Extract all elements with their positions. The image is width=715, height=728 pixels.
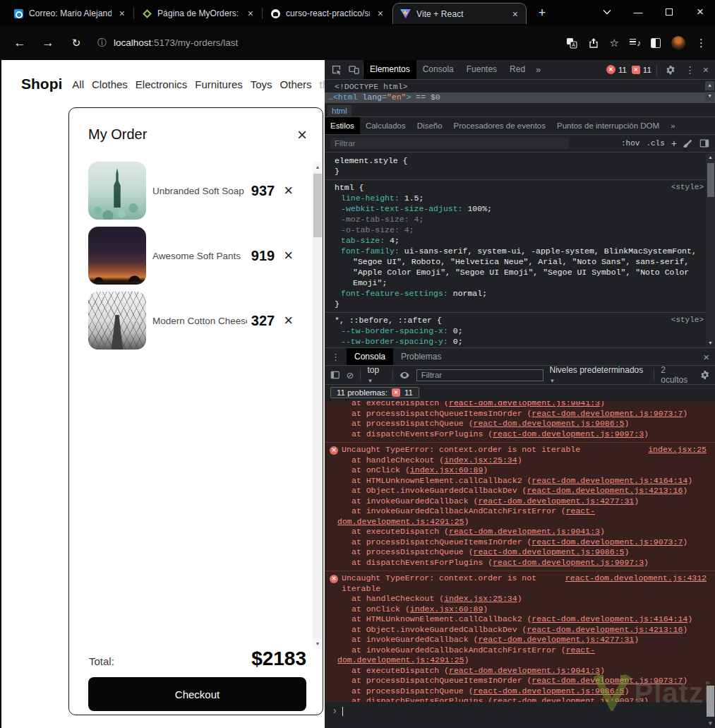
tab-close-icon[interactable]: ×: [246, 8, 256, 19]
devtools-close-icon[interactable]: ×: [702, 64, 710, 76]
scroll-down-icon[interactable]: ▼: [705, 92, 714, 101]
context-selector[interactable]: top ▼: [367, 365, 386, 385]
styles-scrollbar[interactable]: ▲ ▼: [706, 153, 715, 347]
tab-problems[interactable]: Problemas: [393, 348, 449, 365]
browser-tab-correo[interactable]: Correo: Mario Alejandr ×: [7, 3, 133, 24]
site-info-icon[interactable]: ⓘ: [97, 37, 107, 49]
source-link[interactable]: react-dom.development.js:9041:3: [449, 401, 600, 407]
error-badge[interactable]: ✕11: [606, 65, 627, 74]
css-property[interactable]: -moz-tab-size: 4;: [335, 214, 697, 225]
console-sidebar-icon[interactable]: [330, 370, 340, 380]
error-source-link[interactable]: index.jsx:25: [648, 445, 707, 455]
styles-filter-input[interactable]: [330, 138, 569, 149]
minimize-button[interactable]: —: [624, 0, 652, 24]
source-link[interactable]: react-dom.development.js:9097:3: [493, 429, 644, 438]
css-rule-universal[interactable]: <style> *, ::before, ::after { --tw-bord…: [325, 313, 715, 347]
elements-scrollbar[interactable]: ▲ ▼: [705, 81, 714, 102]
tab-close-icon[interactable]: ×: [375, 8, 385, 19]
style-origin-link[interactable]: <style>: [671, 315, 704, 326]
scroll-up-icon[interactable]: ▲: [706, 153, 715, 162]
remove-item-icon[interactable]: ×: [284, 184, 293, 198]
hidden-messages-count[interactable]: 2 ocultos: [661, 365, 693, 385]
source-link[interactable]: react-dom.development.js:9097:3: [493, 558, 644, 567]
tab-dom-breakpoints[interactable]: Puntos de interrupción DOM: [551, 117, 665, 135]
address-bar[interactable]: localhost:5173/my-orders/last: [114, 37, 238, 48]
css-property[interactable]: tab-size: 4;: [335, 235, 697, 246]
category-link[interactable]: Electronics: [136, 78, 187, 90]
tab-elements[interactable]: Elementos: [363, 60, 416, 79]
problems-chip[interactable]: 11 problemas:✕11: [330, 387, 419, 398]
new-tab-button[interactable]: +: [534, 5, 551, 22]
scroll-down-icon[interactable]: ▼: [706, 339, 715, 347]
settings-gear-icon[interactable]: [666, 65, 675, 75]
css-property[interactable]: font-feature-settings: normal;: [335, 288, 697, 299]
category-link[interactable]: Furnitures: [195, 78, 243, 90]
css-property[interactable]: --tw-border-spacing-y: 0;: [335, 336, 697, 347]
source-link[interactable]: react-dom.development.js:4213:16: [527, 625, 683, 634]
css-rule-html[interactable]: <style> html { line-height: 1.5; -webkit…: [325, 180, 715, 313]
new-style-rule-icon[interactable]: +: [671, 140, 677, 147]
source-link[interactable]: react-dom.development.js:9073:7: [531, 409, 683, 418]
forward-button[interactable]: →: [40, 36, 56, 50]
breadcrumb-html[interactable]: html: [328, 105, 352, 117]
bookmark-star-icon[interactable]: ☆: [610, 37, 619, 49]
source-link[interactable]: react-dom.development.js:4277:31: [478, 635, 634, 644]
tab-close-icon[interactable]: ×: [117, 8, 127, 19]
css-rule-element-style[interactable]: element.style { }: [325, 153, 715, 180]
console-filter-input[interactable]: [416, 369, 543, 381]
tab-layout[interactable]: Diseño: [411, 117, 448, 135]
browser-tab-vite-active[interactable]: Vite + React ×: [392, 3, 527, 24]
rendering-emulation-icon[interactable]: [683, 138, 693, 148]
console-settings-gear-icon[interactable]: [700, 370, 709, 380]
scrollbar-thumb[interactable]: [707, 163, 714, 197]
source-link[interactable]: react-dom.development.js:9073:7: [531, 537, 683, 547]
hover-state-button[interactable]: :hov: [621, 139, 639, 148]
tab-computed[interactable]: Calculados: [360, 117, 411, 135]
drawer-menu-icon[interactable]: ⋮: [325, 352, 347, 362]
back-button[interactable]: ←: [11, 36, 28, 50]
share-icon[interactable]: [588, 37, 599, 49]
translate-icon[interactable]: A: [566, 37, 577, 49]
category-link[interactable]: Toys: [251, 78, 272, 90]
html-node-selected[interactable]: …<html lang="en"> == $0: [325, 93, 715, 103]
browser-tab-github[interactable]: curso-react-practico/sr ×: [264, 3, 391, 24]
css-property[interactable]: line-height: 1.5;: [335, 193, 697, 203]
tab-event-listeners[interactable]: Procesadores de eventos: [448, 117, 551, 135]
tab-console[interactable]: Consola: [416, 60, 460, 79]
checkout-button[interactable]: Checkout: [88, 677, 306, 711]
reload-button[interactable]: ↻: [68, 37, 85, 49]
scroll-down-icon[interactable]: ▼: [707, 720, 714, 727]
source-link[interactable]: react-dom.development.js:9086:5: [474, 686, 625, 696]
source-link[interactable]: react-dom.development.js:4277:31: [478, 496, 634, 506]
style-origin-link[interactable]: <style>: [671, 182, 704, 193]
source-link[interactable]: react-dom.development.js:4213:16: [527, 486, 683, 495]
tab-console-drawer[interactable]: Consola: [347, 348, 393, 365]
source-link[interactable]: react-dom.development.js:9041:3: [449, 527, 600, 536]
source-link[interactable]: react-dom.development.js:9086:5: [474, 547, 625, 556]
scroll-up-icon[interactable]: ▲: [313, 162, 323, 172]
source-link[interactable]: react-dom.development.js:9073:7: [531, 676, 683, 685]
classes-button[interactable]: .cls: [646, 139, 664, 148]
category-link[interactable]: Clothes: [92, 78, 128, 90]
shop-logo[interactable]: Shopi: [21, 76, 62, 93]
remove-item-icon[interactable]: ×: [284, 314, 293, 328]
log-levels-selector[interactable]: Niveles predeterminados ▼: [550, 365, 648, 385]
tab-sources[interactable]: Fuentes: [460, 60, 503, 79]
category-link[interactable]: Others: [280, 78, 312, 90]
more-tabs-icon[interactable]: »: [665, 117, 680, 135]
console-scrollbar-thumb[interactable]: [707, 686, 714, 717]
dark-mode-extension-icon[interactable]: [651, 38, 661, 48]
clear-console-icon[interactable]: ⊘: [346, 370, 354, 381]
source-link[interactable]: index.jsx:25:34: [444, 455, 517, 465]
scrollbar-thumb[interactable]: [313, 174, 322, 237]
computed-panel-toggle-icon[interactable]: [699, 138, 709, 148]
browser-menu-icon[interactable]: ⋮: [696, 37, 707, 49]
scroll-up-icon[interactable]: ▲: [705, 81, 714, 90]
source-link[interactable]: index.jsx:25:34: [444, 594, 517, 603]
css-property[interactable]: -o-tab-size: 4;: [335, 225, 697, 235]
css-property[interactable]: -webkit-text-size-adjust: 100%;: [335, 203, 697, 214]
browser-tab-myorders[interactable]: Página de MyOrders: li ×: [136, 3, 261, 24]
error-source-link[interactable]: react-dom.development.js:4312: [565, 573, 707, 584]
more-tabs-icon[interactable]: »: [531, 60, 545, 79]
console-prompt[interactable]: ›: [332, 705, 343, 717]
